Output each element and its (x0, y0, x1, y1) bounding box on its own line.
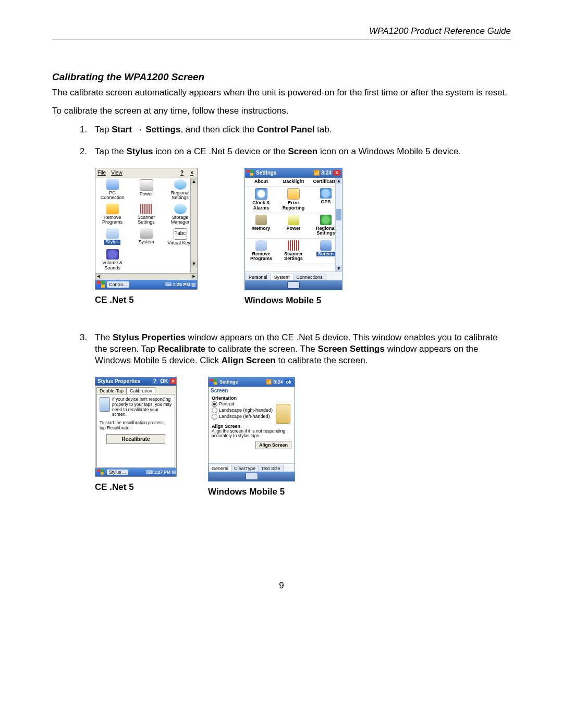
regional-settings-icon (174, 179, 187, 190)
ce-item-label: Power (129, 192, 163, 196)
stylus-title-text: Stylus Properties (97, 378, 140, 384)
wm-caption: Windows Mobile 5 (244, 295, 342, 306)
wm-softkey-bar (245, 280, 342, 290)
vertical-scrollbar[interactable]: ▲ ▼ (190, 178, 197, 273)
vertical-scrollbar[interactable]: ▲ ▼ (335, 178, 342, 272)
ce-item-stylus[interactable]: Stylus (95, 227, 129, 248)
taskbar-app-button[interactable]: Stylus ... (107, 470, 128, 475)
page-number: 9 (52, 581, 511, 591)
recalibrate-button[interactable]: Recalibrate (106, 434, 165, 444)
scroll-down-icon[interactable]: ▼ (191, 261, 197, 267)
screen-tabs: General ClearType Text Size (209, 463, 295, 472)
align-screen-button[interactable]: Align Screen (255, 441, 291, 449)
wm-title-text: Settings (256, 170, 276, 176)
wm-item-memory[interactable]: Memory (245, 213, 277, 238)
start-flag-icon[interactable] (210, 379, 217, 385)
tab-connections[interactable]: Connections (293, 274, 326, 280)
taskbar-clock: 1:25 PM (173, 282, 190, 287)
intro-para-1: The calibrate screen automatically appea… (52, 87, 511, 98)
scroll-left-icon[interactable]: ◄ (95, 274, 102, 280)
ce-menubar: File View ? × (95, 168, 197, 178)
ce-menu-file[interactable]: File (97, 170, 106, 176)
start-flag-icon[interactable] (97, 469, 104, 475)
system-icon (140, 228, 153, 239)
wm-item-error-reporting[interactable]: ErrorReporting (277, 187, 310, 213)
taskbar-clock: 1:27 PM (154, 470, 170, 475)
doc-header: WPA1200 Product Reference Guide (52, 26, 511, 40)
device-preview-icon (276, 404, 290, 424)
radio-dot-icon[interactable] (212, 408, 217, 413)
stylus-taskbar: Stylus ... ⌨ 1:27 PM ▧ (95, 468, 176, 476)
tray-icon[interactable]: ⌨ (165, 282, 172, 287)
wm-settings-screenshot: Settings 📶 3:24 × AboutBacklightCertific… (244, 168, 342, 290)
close-icon[interactable]: × (189, 170, 195, 176)
screen-subtitle: Screen (209, 387, 295, 394)
wm-item-backlight[interactable]: Backlight (277, 178, 310, 186)
signal-icon: 📶 (266, 379, 272, 385)
wm-item-remove-programs[interactable]: RemovePrograms (245, 239, 277, 264)
ce-item-remove-programs[interactable]: RemovePrograms (95, 203, 129, 227)
wm-item-power[interactable]: Power (277, 213, 310, 238)
ce-item-volume-sounds[interactable]: Volume &Sounds (95, 248, 129, 273)
taskbar-app-button[interactable]: Contro... (107, 281, 129, 288)
tab-general[interactable]: General (209, 465, 231, 472)
close-icon[interactable]: × (333, 170, 340, 176)
ce-item-scanner-settings[interactable]: ScannerSettings (129, 203, 163, 227)
tab-double-tap[interactable]: Double-Tap (96, 387, 127, 394)
gps-icon (320, 188, 332, 199)
ce-item-pc-connection[interactable]: PCConnection (95, 178, 129, 203)
wm-caption-2: Windows Mobile 5 (208, 487, 295, 497)
wm-item-scanner-settings[interactable]: ScannerSettings (277, 239, 310, 264)
section-title: Calibrating the WPA1200 Screen (52, 71, 511, 83)
tab-textsize[interactable]: Text Size (258, 465, 284, 472)
horizontal-scrollbar[interactable]: ◄ ► (95, 273, 197, 280)
memory-icon (255, 215, 267, 225)
screen-softkey-bar (209, 472, 295, 481)
align-help-text: Align the screen if it is not responding… (212, 429, 291, 439)
tray-icon[interactable]: ⌨ (146, 470, 153, 475)
start-flag-icon[interactable] (97, 281, 105, 288)
tab-system[interactable]: System (271, 274, 293, 280)
ce-item-system[interactable]: System (129, 227, 163, 248)
ce-item-label: Stylus (95, 240, 129, 244)
stylus-note: If your device isn't responding properly… (112, 397, 172, 417)
ok-button[interactable]: OK (159, 378, 169, 384)
remove-programs-icon (255, 240, 267, 251)
signal-icon: 📶 (313, 170, 320, 176)
start-flag-icon[interactable] (247, 170, 254, 176)
tab-calibration[interactable]: Calibration (127, 387, 155, 394)
ce-menu-view[interactable]: View (111, 170, 123, 176)
close-icon[interactable]: × (170, 378, 176, 384)
wm-tabs: Personal System Connections (245, 272, 342, 280)
ok-button[interactable]: ok (284, 379, 293, 385)
ce-control-panel-screenshot: File View ? × PCConnectionPowerRegionalS… (95, 168, 198, 290)
scroll-thumb[interactable] (336, 209, 341, 220)
scroll-up-icon[interactable]: ▲ (336, 178, 342, 184)
tray-icon[interactable]: ▧ (191, 282, 196, 287)
help-icon[interactable]: ? (152, 378, 158, 384)
virtual-keys-icon: ?abc (174, 228, 187, 240)
tray-icon[interactable]: ▧ (172, 470, 176, 475)
radio-dot-icon[interactable] (212, 401, 217, 407)
scroll-right-icon[interactable]: ► (191, 274, 197, 280)
screen-title-text: Settings (219, 379, 238, 385)
wm-item-clock-alarms[interactable]: Clock &Alarms (245, 187, 277, 213)
volume-sounds-icon (106, 249, 119, 260)
tab-personal[interactable]: Personal (245, 274, 271, 280)
wm-item-about[interactable]: About (245, 178, 277, 186)
ce-caption-2: CE .Net 5 (95, 482, 177, 492)
scroll-up-icon[interactable]: ▲ (191, 178, 197, 184)
wm-screen-settings-screenshot: Settings 📶 3:24 ok Screen Orientation Po… (208, 377, 295, 482)
help-icon[interactable]: ? (180, 170, 183, 176)
stylus-titlebar: Stylus Properties ? OK × (95, 377, 176, 386)
keyboard-icon[interactable] (246, 473, 258, 480)
step-3: The Stylus Properties window appears on … (90, 332, 511, 366)
tab-cleartype[interactable]: ClearType (231, 465, 259, 472)
error-reporting-icon (287, 188, 300, 200)
ce-item-power[interactable]: Power (129, 178, 163, 203)
keyboard-icon[interactable] (287, 281, 300, 289)
remove-programs-icon (106, 204, 119, 214)
radio-dot-icon[interactable] (212, 414, 217, 419)
ce-taskbar: Contro... ⌨ 1:25 PM ▧ (95, 280, 197, 289)
scroll-down-icon[interactable]: ▼ (336, 265, 342, 272)
